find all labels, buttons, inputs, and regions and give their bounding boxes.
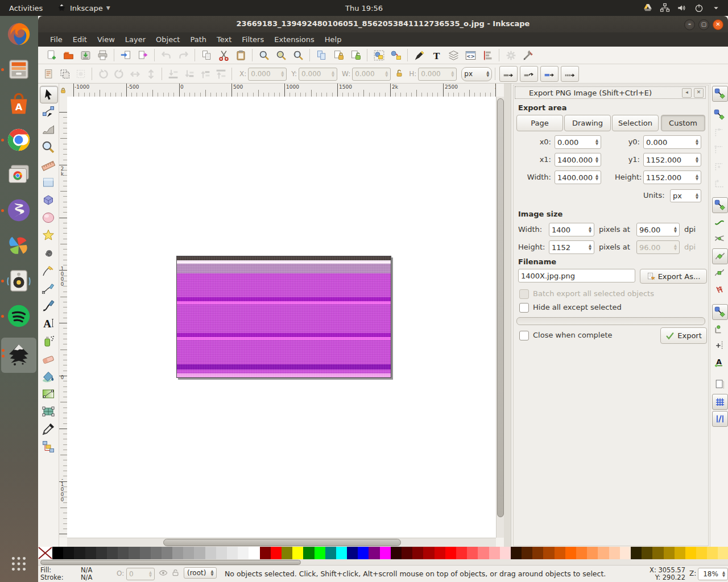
tool-measure[interactable] (40, 156, 57, 173)
minimize-button[interactable]: – (684, 19, 695, 30)
color-swatch[interactable] (216, 547, 227, 559)
area-drawing-button[interactable]: Drawing (564, 115, 611, 131)
tool-3d-box[interactable] (40, 192, 57, 208)
dock-item-inkscape[interactable] (1, 338, 36, 373)
tool-text[interactable]: A (40, 315, 57, 331)
lower-button[interactable] (182, 67, 196, 81)
color-swatch[interactable] (489, 547, 500, 559)
tool-spiral[interactable] (40, 244, 57, 261)
snap-cusp-nodes-button[interactable] (712, 248, 728, 264)
menu-view[interactable]: View (92, 34, 120, 45)
export-button[interactable] (135, 48, 150, 63)
color-swatch[interactable] (620, 547, 631, 559)
color-swatch[interactable] (587, 547, 598, 559)
export-button[interactable]: Export (660, 327, 707, 344)
export-as-button[interactable]: Export As... (640, 269, 707, 284)
panel-undock-button[interactable]: ◂ (682, 88, 692, 98)
network-icon[interactable] (660, 3, 670, 13)
color-swatch[interactable] (63, 547, 74, 559)
horizontal-ruler[interactable]: -1000-5000500100015002k25003k (67, 84, 496, 97)
close-button[interactable]: ✕ (713, 19, 723, 30)
color-swatch[interactable] (532, 547, 543, 559)
close-when-complete-checkbox[interactable] (519, 331, 529, 340)
dock-item-playonlinux[interactable] (5, 232, 32, 259)
dock-item-chrome-app[interactable] (5, 161, 32, 189)
color-swatch[interactable] (227, 547, 238, 559)
color-swatch[interactable] (183, 547, 194, 559)
affect-scale-toggle[interactable] (540, 66, 559, 82)
tool-zoom[interactable] (40, 139, 57, 155)
zoom-drawing-button[interactable] (274, 48, 288, 63)
color-swatch[interactable] (369, 547, 379, 559)
opacity-input[interactable]: 0▲▼ (126, 568, 155, 580)
tool-connector[interactable] (40, 438, 57, 455)
tool-calligraphy[interactable] (40, 297, 57, 314)
menu-edit[interactable]: Edit (68, 34, 92, 45)
menu-file[interactable]: File (45, 34, 68, 45)
color-swatch[interactable] (500, 547, 511, 559)
color-swatch[interactable] (85, 547, 96, 559)
clock[interactable]: Thu 19:56 (334, 0, 394, 16)
dock-item-emacs[interactable] (5, 197, 32, 224)
snap-bbox-center-button[interactable] (712, 176, 727, 190)
color-swatch[interactable] (565, 547, 576, 559)
menu-object[interactable]: Object (151, 34, 185, 45)
color-swatch[interactable] (718, 547, 728, 559)
snap-paths-button[interactable] (712, 214, 727, 229)
color-swatch[interactable] (696, 547, 707, 559)
text-dialog-button[interactable]: T (429, 48, 444, 63)
color-swatch[interactable] (511, 547, 522, 559)
tool-selector[interactable] (40, 86, 58, 103)
color-swatch[interactable] (325, 547, 336, 559)
rotate-ccw-button[interactable] (96, 67, 110, 81)
ruler-corner-lock[interactable] (59, 84, 67, 97)
canvas[interactable] (67, 97, 496, 538)
x-input[interactable]: 0.000▲▼ (248, 68, 287, 81)
dock-item-audio-player[interactable] (5, 267, 32, 294)
snap-others-button[interactable] (712, 304, 728, 320)
color-swatch[interactable] (52, 547, 63, 559)
print-button[interactable] (95, 48, 110, 63)
filename-input[interactable]: 1400X.jpg.png (518, 269, 635, 282)
tool-pen[interactable] (40, 280, 57, 296)
select-all-button[interactable] (42, 67, 56, 81)
color-swatch[interactable] (445, 547, 456, 559)
color-swatch[interactable] (162, 547, 172, 559)
flip-horizontal-button[interactable] (128, 67, 142, 81)
y1-input[interactable]: 1152.000▲▼ (643, 153, 701, 167)
chevron-down-icon[interactable] (711, 3, 721, 13)
tool-dropper[interactable] (40, 421, 57, 437)
menu-help[interactable]: Help (320, 34, 347, 45)
size-width-input[interactable]: 1400▲▼ (549, 223, 594, 236)
color-swatch[interactable] (96, 547, 107, 559)
dock-item-firefox[interactable] (5, 20, 32, 48)
maximize-button[interactable]: ▢ (698, 19, 709, 30)
menu-extensions[interactable]: Extensions (269, 34, 320, 45)
batch-export-checkbox[interactable] (519, 289, 529, 299)
dpi-input[interactable]: 96.00▲▼ (636, 240, 680, 254)
color-swatch[interactable] (172, 547, 183, 559)
flip-vertical-button[interactable] (144, 67, 158, 81)
duplicate-button[interactable] (314, 48, 329, 63)
rotate-cw-button[interactable] (112, 67, 126, 81)
w-input[interactable]: 0.000▲▼ (352, 68, 391, 81)
menu-filters[interactable]: Filters (237, 34, 269, 45)
cut-button[interactable] (216, 48, 231, 63)
tool-eraser[interactable] (40, 350, 57, 367)
color-swatch[interactable] (260, 547, 271, 559)
open-button[interactable] (61, 48, 76, 63)
lock-ratio-icon[interactable] (395, 69, 403, 80)
vscroll-thumb[interactable] (497, 98, 504, 517)
app-menu[interactable]: Inkscape ▼ (52, 0, 115, 16)
color-swatch[interactable] (358, 547, 369, 559)
color-swatch[interactable] (249, 547, 259, 559)
units-dropdown[interactable]: px▲▼ (461, 67, 492, 81)
palette-scrollbar[interactable] (38, 559, 728, 565)
snap-master-button[interactable] (712, 86, 728, 102)
align-button[interactable] (480, 48, 495, 63)
panel-close-button[interactable]: ✕ (694, 88, 704, 98)
snap-page-border-button[interactable] (712, 377, 727, 392)
color-swatch[interactable] (609, 547, 620, 559)
layers-button[interactable] (446, 48, 461, 63)
area-custom-button[interactable]: Custom (661, 115, 705, 131)
